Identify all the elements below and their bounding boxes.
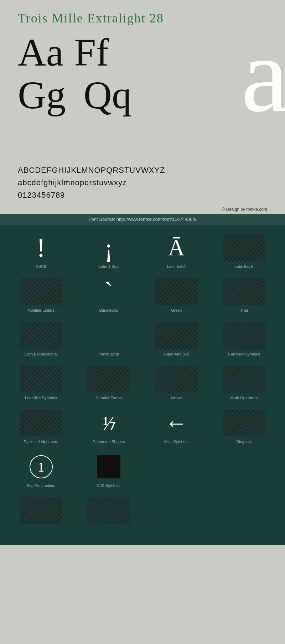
cell-modifierletters: Modifier Letters: [7, 272, 75, 316]
preview-cjksymbols: [87, 453, 130, 481]
cell-geometricshapes: ¹⁄₇ Geometric Shapes: [75, 404, 142, 447]
cell-dingbats: Dingbats: [210, 404, 278, 447]
dark-section: Font Source: http://www.fontke.com/font/…: [0, 214, 285, 545]
cell-diacriticals: ` Diacriticals: [75, 272, 142, 316]
preview-thai: [223, 277, 265, 306]
alphabet-section: ABCDEFGHIJKLMNOPQRSTUVWXYZ abcdefghijklm…: [0, 157, 285, 205]
preview-currencysymbols: [223, 321, 265, 350]
preview-miscsymbols: ←: [155, 409, 198, 437]
preview-latinextb: [223, 234, 265, 262]
cell-greek: Greek: [142, 272, 210, 316]
label-letterlikesymbols: Letterlike Symbols: [25, 396, 57, 400]
cell-superandsub: Super And Sub: [142, 316, 210, 360]
preview-punctuation: [87, 321, 130, 350]
font-source-bar: Font Source: http://www.fontke.com/font/…: [0, 214, 285, 225]
cell-letterlikesymbols: Letterlike Symbols: [7, 360, 75, 404]
label-arrows: Arrows: [170, 396, 182, 400]
cell-thai: Thai: [210, 272, 278, 316]
glyph-grid: ! ASCII ¡ Latin 1 Sup Ā Latin Ext A Lati…: [0, 225, 285, 534]
preview-modifierletters: [20, 277, 62, 306]
preview-geometricshapes: ¹⁄₇: [87, 409, 130, 437]
label-diacriticals: Diacriticals: [99, 308, 118, 312]
preview-suppunctuation: 1: [20, 453, 62, 481]
cell-latinextadd: Latin Ext Additional: [7, 316, 75, 360]
preview-extra2: [87, 497, 130, 525]
label-mathoperators: Math Operators: [230, 396, 258, 400]
preview-mathoperators: [223, 365, 265, 394]
label-suppunctuation: Sup Punctuation: [27, 483, 56, 488]
glyph-ff: Ff: [74, 33, 109, 72]
alphabet-upper: ABCDEFGHIJKLMNOPQRSTUVWXYZ: [18, 164, 267, 176]
label-geometricshapes: Geometric Shapes: [92, 440, 125, 444]
cell-numberforms: Number Forms: [75, 360, 142, 404]
label-modifierletters: Modifier Letters: [27, 308, 55, 312]
label-greek: Greek: [171, 308, 182, 312]
alphabet-lower: abcdefghijklmnopqrstuvwxyz: [18, 176, 267, 189]
label-cjksymbols: CJK Symbols: [97, 483, 120, 488]
preview-extra1: [20, 497, 62, 525]
cell-miscsymbols: ← Misc Symbols: [142, 404, 210, 447]
cell-suppunctuation: 1 Sup Punctuation: [7, 447, 75, 491]
preview-empty2: [223, 453, 265, 481]
preview-latin1sup: ¡: [87, 234, 130, 262]
glyph-gg: Gg: [18, 76, 66, 115]
cell-empty1: [142, 447, 210, 491]
glyph-large-a: a: [241, 21, 285, 128]
label-latin1sup: Latin 1 Sup: [99, 264, 119, 269]
alphabet-numbers: 0123456789: [18, 189, 267, 201]
label-dingbats: Dingbats: [236, 440, 252, 444]
cell-extra3: [142, 491, 210, 531]
cell-latin1sup: ¡ Latin 1 Sup: [75, 228, 142, 272]
label-numberforms: Number Forms: [95, 396, 121, 400]
cell-extra2: [75, 491, 142, 531]
preview-latinextadd: [20, 321, 62, 350]
cell-arrows: Arrows: [142, 360, 210, 404]
preview-numberforms: [87, 365, 130, 394]
preview-dingbats: [223, 409, 265, 437]
hero-section: Trois Mille Extralight 28 Aa Ff Gg Qq a: [0, 0, 285, 150]
copyright: © Design by fontke.com: [0, 205, 285, 214]
label-punctuation: Punctuation: [98, 352, 119, 356]
label-latinextb: Latin Ext B: [234, 264, 253, 269]
preview-latinexta: Ā: [155, 234, 198, 262]
cell-enclosedalphanum: Enclosed Alphanum: [7, 404, 75, 447]
preview-arrows: [155, 365, 198, 394]
cell-extra1: [7, 491, 75, 531]
glyph-aa: Aa: [18, 33, 63, 72]
cell-empty2: [210, 447, 278, 491]
cell-punctuation: Punctuation: [75, 316, 142, 360]
preview-ascii: !: [20, 234, 62, 262]
cell-latinextb: Latin Ext B: [210, 228, 278, 272]
glyph-qq: Qq: [83, 76, 131, 115]
cell-currencysymbols: Currency Symbols: [210, 316, 278, 360]
preview-superandsub: [155, 321, 198, 350]
preview-empty1: [155, 453, 198, 481]
preview-greek: [155, 277, 198, 306]
preview-diacriticals: `: [87, 277, 130, 306]
label-superandsub: Super And Sub: [163, 352, 190, 356]
label-miscsymbols: Misc Symbols: [164, 440, 188, 444]
cell-ascii: ! ASCII: [7, 228, 75, 272]
label-ascii: ASCII: [36, 264, 46, 269]
label-currencysymbols: Currency Symbols: [228, 352, 260, 356]
cell-cjksymbols: CJK Symbols: [75, 447, 142, 491]
preview-enclosedalphanum: [20, 409, 62, 437]
font-title: Trois Mille Extralight 28: [18, 11, 267, 26]
cell-latinexta: Ā Latin Ext A: [142, 228, 210, 272]
label-thai: Thai: [240, 308, 248, 312]
label-enclosedalphanum: Enclosed Alphanum: [24, 440, 58, 444]
cell-extra4: [210, 491, 278, 531]
cell-mathoperators: Math Operators: [210, 360, 278, 404]
preview-letterlikesymbols: [20, 365, 62, 394]
label-latinexta: Latin Ext A: [167, 264, 186, 269]
label-latinextadd: Latin Ext Additional: [24, 352, 58, 356]
